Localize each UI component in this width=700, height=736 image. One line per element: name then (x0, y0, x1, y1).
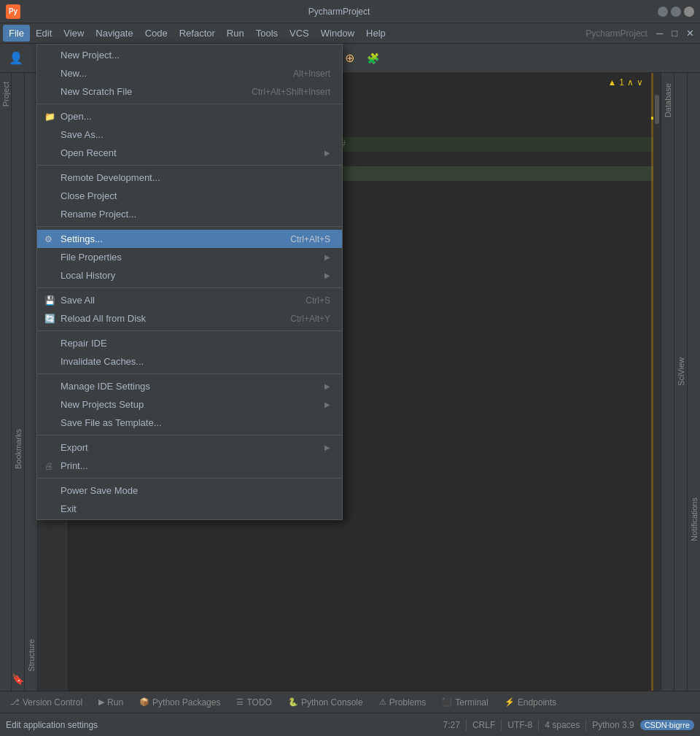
sciview-tab[interactable]: SciView (675, 353, 687, 390)
menu-tools[interactable]: Tools (250, 25, 284, 42)
menu-vcs[interactable]: VCS (284, 25, 315, 42)
menu-run[interactable]: Run (221, 25, 250, 42)
menu-save-as[interactable]: Save As... (37, 125, 342, 144)
menu-close-project[interactable]: Close Project (37, 187, 342, 205)
minimize-button[interactable]: − (658, 7, 668, 17)
menu-settings[interactable]: ⚙ Settings... Ctrl+Alt+S (37, 230, 342, 248)
close-button[interactable]: ✕ (684, 7, 694, 17)
menu-help[interactable]: Help (360, 25, 392, 42)
save-as-label: Save As... (61, 129, 104, 140)
menu-section-8: Export ▶ 🖨 Print... (37, 437, 342, 476)
menu-new-projects-setup[interactable]: New Projects Setup ▶ (37, 395, 342, 414)
menu-new[interactable]: New... Alt+Insert (37, 64, 342, 82)
menu-section-3: Remote Development... Close Project Rena… (37, 167, 342, 225)
menu-section-2: 📁 Open... Save As... Open Recent ▶ (37, 106, 342, 163)
project-name: PycharmProject (586, 28, 653, 39)
notifications-panel: Notifications (687, 73, 700, 691)
tab-problems-label: Problems (389, 697, 427, 708)
tab-endpoints[interactable]: ⚡ Endpoints (497, 694, 564, 710)
editor-scrollbar[interactable] (653, 73, 661, 691)
status-python-version[interactable]: Python 3.9 (589, 718, 637, 732)
menu-open-recent[interactable]: Open Recent ▶ (37, 144, 342, 162)
local-history-arrow: ▶ (324, 271, 330, 279)
status-python-value: Python 3.9 (592, 720, 634, 730)
menu-save-all[interactable]: 💾 Save All Ctrl+S (37, 291, 342, 309)
tab-terminal[interactable]: ⬛ Terminal (435, 694, 495, 710)
win-close-btn[interactable]: ✕ (683, 28, 697, 39)
menu-export[interactable]: Export ▶ (37, 438, 342, 457)
scroll-thumb[interactable] (655, 95, 659, 124)
settings-shortcut: Ctrl+Alt+S (290, 234, 330, 244)
save-all-shortcut: Ctrl+S (306, 295, 330, 306)
tab-python-packages[interactable]: 📦 Python Packages (132, 694, 228, 710)
menu-exit[interactable]: Exit (37, 500, 342, 518)
status-encoding[interactable]: UTF-8 (505, 718, 535, 732)
status-line-ending[interactable]: CRLF (470, 718, 498, 732)
todo-icon: ☰ (236, 697, 244, 707)
puzzle-btn[interactable]: 🧩 (363, 48, 384, 69)
menu-new-project[interactable]: New Project... (37, 46, 342, 64)
bottom-strip: ⎇ Version Control ▶ Run 📦 Python Package… (0, 691, 700, 713)
tab-todo[interactable]: ☰ TODO (229, 694, 279, 710)
bookmark-icon[interactable]: 🔖 (12, 673, 24, 685)
new-scratch-label: New Scratch File (61, 86, 132, 97)
menu-code[interactable]: Code (139, 25, 174, 42)
menu-bar: File Edit View Navigate Code Refactor Ru… (0, 23, 700, 44)
menu-print[interactable]: 🖨 Print... (37, 457, 342, 475)
menu-sep-3 (37, 226, 342, 227)
new-shortcut: Alt+Insert (293, 69, 330, 79)
menu-window[interactable]: Window (315, 25, 360, 42)
open-label: Open... (61, 111, 92, 122)
menu-reload-disk[interactable]: 🔄 Reload All from Disk Ctrl+Alt+Y (37, 309, 342, 328)
status-indent[interactable]: 4 spaces (542, 718, 583, 732)
status-right: 7:27 CRLF UTF-8 4 spaces Python 3.9 CSDN… (440, 718, 694, 732)
menu-file-props[interactable]: File Properties ▶ (37, 248, 342, 266)
menu-manage-ide-settings[interactable]: Manage IDE Settings ▶ (37, 377, 342, 395)
menu-new-scratch[interactable]: New Scratch File Ctrl+Alt+Shift+Insert (37, 82, 342, 101)
menu-rename-project[interactable]: Rename Project... (37, 205, 342, 223)
menu-edit[interactable]: Edit (30, 25, 58, 42)
menu-sep-6 (37, 373, 342, 374)
menu-repair-ide[interactable]: Repair IDE (37, 334, 342, 352)
menu-section-4: ⚙ Settings... Ctrl+Alt+S File Properties… (37, 228, 342, 286)
structure-tab[interactable]: Structure (25, 633, 38, 678)
tab-python-console[interactable]: 🐍 Python Console (281, 694, 370, 710)
bookmarks-panel: Bookmarks 🔖 (12, 73, 25, 691)
maximize-button[interactable]: □ (671, 7, 681, 17)
new-projects-setup-label: New Projects Setup (61, 399, 144, 410)
win-minimize-btn[interactable]: ─ (653, 28, 666, 39)
bookmarks-tab[interactable]: Bookmarks (12, 423, 25, 475)
menu-invalidate-caches[interactable]: Invalidate Caches... (37, 352, 342, 371)
menu-view[interactable]: View (58, 25, 90, 42)
menu-remote-dev[interactable]: Remote Development... (37, 168, 342, 187)
menu-open[interactable]: 📁 Open... (37, 107, 342, 125)
remote-dev-label: Remote Development... (61, 172, 160, 183)
status-git-badge[interactable]: CSDN·bigrre (640, 720, 694, 730)
project-tab[interactable]: Project (0, 76, 12, 112)
menu-file[interactable]: File (3, 25, 30, 42)
tab-problems[interactable]: ⚠ Problems (372, 694, 434, 710)
tab-python-console-label: Python Console (301, 697, 363, 708)
menu-save-as-template[interactable]: Save File as Template... (37, 414, 342, 432)
menu-section-9: Power Save Mode Exit (37, 480, 342, 519)
database-tab[interactable]: Database (662, 79, 674, 122)
tab-run[interactable]: ▶ Run (91, 694, 131, 710)
menu-win-controls: ─ □ ✕ (653, 28, 697, 39)
menu-power-save[interactable]: Power Save Mode (37, 481, 342, 500)
warning-scroll-marker (651, 117, 653, 120)
menu-navigate[interactable]: Navigate (90, 25, 139, 42)
new-label: New... (61, 68, 87, 79)
tab-version-control[interactable]: ⎇ Version Control (3, 694, 90, 710)
status-indent-value: 4 spaces (545, 720, 580, 730)
toolbar-avatar-btn[interactable]: 👤 (6, 48, 26, 69)
version-control-icon: ⎇ (10, 697, 20, 707)
repair-ide-label: Repair IDE (61, 338, 107, 349)
settings-icon: ⚙ (44, 234, 52, 244)
status-position[interactable]: 7:27 (440, 718, 463, 732)
menu-refactor[interactable]: Refactor (174, 25, 221, 42)
win-restore-btn[interactable]: □ (669, 28, 680, 39)
notifications-tab[interactable]: Notifications (688, 493, 700, 546)
menu-local-history[interactable]: Local History ▶ (37, 266, 342, 284)
reload-disk-label: Reload All from Disk (61, 313, 146, 324)
menu-sep-1 (37, 104, 342, 104)
